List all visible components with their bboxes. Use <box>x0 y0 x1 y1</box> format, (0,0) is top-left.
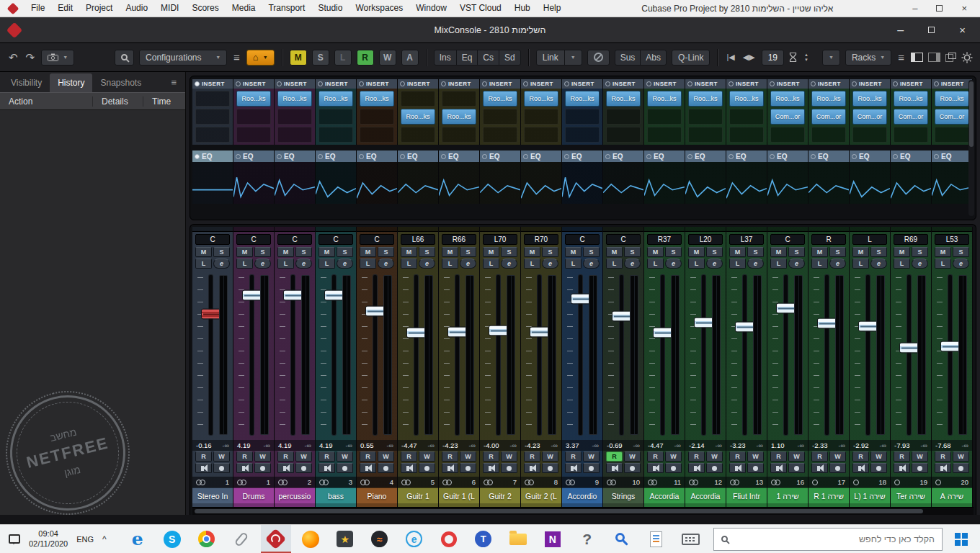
fader-handle[interactable] <box>940 341 961 352</box>
write-all-button[interactable]: W <box>379 50 396 66</box>
read-automation-button[interactable]: R <box>360 451 376 462</box>
edit-channel-button[interactable]: e <box>665 258 682 269</box>
channel-name[interactable]: Drums <box>233 487 274 503</box>
fader-handle[interactable] <box>612 311 632 322</box>
record-enable-button[interactable] <box>870 463 887 473</box>
record-enable-button[interactable] <box>829 463 846 473</box>
history-list[interactable]: מחשב NETFREE מוגן <box>0 110 185 515</box>
menu-item-project[interactable]: Project <box>79 0 119 17</box>
eq-rack-header[interactable]: EQ <box>562 150 602 162</box>
channel-routing-strip[interactable] <box>932 227 972 232</box>
eq-curve-display[interactable] <box>932 162 972 204</box>
insert-slot-2[interactable] <box>647 109 682 125</box>
listen-button[interactable]: L <box>524 258 540 269</box>
solo-button[interactable]: S <box>337 247 353 257</box>
insert-slot-1[interactable]: Roo...ks <box>647 91 682 107</box>
monitor-button[interactable] <box>401 463 417 473</box>
peak-level-value[interactable]: -∞ <box>387 442 393 449</box>
record-enable-button[interactable] <box>378 463 394 473</box>
fader-handle[interactable] <box>530 326 550 337</box>
taskbar-app-chrome[interactable] <box>192 525 222 553</box>
channel-routing-strip[interactable] <box>726 227 767 232</box>
deactivate-solo-button[interactable]: S <box>312 50 329 66</box>
gain-value[interactable]: -7.93 <box>894 441 910 449</box>
record-enable-button[interactable] <box>665 463 682 473</box>
fader-handle[interactable] <box>653 327 673 338</box>
listen-button[interactable]: L <box>236 258 253 269</box>
fader-handle[interactable] <box>283 289 303 300</box>
taskbar-app-edge[interactable] <box>122 525 153 553</box>
monitor-button[interactable] <box>442 463 458 473</box>
edit-channel-button[interactable]: e <box>501 258 517 269</box>
menu-item-help[interactable]: Help <box>537 0 568 17</box>
channel-spinner[interactable]: ▲ ▼ <box>802 53 811 62</box>
mute-button[interactable]: M <box>442 247 458 257</box>
menu-item-studio[interactable]: Studio <box>311 0 349 17</box>
solo-button[interactable]: S <box>624 247 641 257</box>
qlink-button[interactable]: Q-Link <box>672 50 710 66</box>
insert-rack-header[interactable]: INSERT <box>480 79 520 89</box>
insert-slot-2[interactable]: Com...or <box>811 109 846 125</box>
eq-rack-header[interactable]: EQ <box>726 150 767 162</box>
read-automation-button[interactable]: R <box>236 451 253 462</box>
insert-slot-3[interactable] <box>935 127 969 143</box>
tab-history[interactable]: History <box>50 73 92 92</box>
sus-button[interactable]: Sus <box>615 50 641 65</box>
insert-slot-3[interactable] <box>360 127 394 143</box>
insert-rack-header[interactable]: INSERT <box>932 79 972 89</box>
monitor-button[interactable] <box>935 463 951 473</box>
abs-button[interactable]: Abs <box>641 50 666 65</box>
menu-item-media[interactable]: Media <box>226 0 262 17</box>
undo-button[interactable]: ↶ <box>7 51 19 64</box>
channel-name[interactable]: Fliut Intr <box>726 487 767 503</box>
listen-button[interactable]: L <box>688 258 705 269</box>
insert-rack-header[interactable]: INSERT <box>316 79 356 89</box>
monitor-button[interactable] <box>360 463 376 473</box>
read-automation-button[interactable]: R <box>811 451 828 462</box>
write-automation-button[interactable]: W <box>953 451 969 462</box>
tab-visibility[interactable]: Visibility <box>3 73 50 92</box>
taskbar-app-onenote[interactable] <box>538 525 568 553</box>
gain-value[interactable]: 4.19 <box>319 441 333 449</box>
pan-control[interactable]: L20 <box>688 234 723 245</box>
gain-value[interactable]: 0.55 <box>360 441 374 449</box>
eq-rack-header[interactable]: EQ <box>685 150 726 162</box>
hourglass-icon[interactable] <box>789 52 797 63</box>
channel-routing-strip[interactable] <box>603 227 643 232</box>
eq-rack-header[interactable]: EQ <box>767 150 808 162</box>
write-automation-button[interactable]: W <box>665 451 682 462</box>
channel-name[interactable]: Guitr 1 <box>398 487 438 503</box>
insert-slot-3[interactable] <box>647 127 682 143</box>
solo-button[interactable]: S <box>870 247 887 257</box>
taskbar-app-audacity[interactable] <box>365 525 395 553</box>
fader-handle[interactable] <box>365 305 386 316</box>
peak-level-value[interactable]: -∞ <box>674 442 681 449</box>
fader-track[interactable] <box>496 275 500 435</box>
tray-chevron-up-icon[interactable]: ^ <box>102 534 107 544</box>
read-automation-button[interactable]: R <box>442 451 458 462</box>
taskbar-app-search-tool[interactable] <box>607 525 637 553</box>
insert-slot-2[interactable]: Roo...ks <box>442 109 476 125</box>
insert-slot-2[interactable]: Roo...ks <box>401 109 435 125</box>
menu-item-midi[interactable]: MIDI <box>154 0 185 17</box>
edit-channel-button[interactable]: e <box>747 258 764 269</box>
channel-routing-strip[interactable] <box>316 227 356 232</box>
record-enable-button[interactable] <box>337 463 353 473</box>
channel-name[interactable]: Guitr 1 (L <box>439 487 479 503</box>
listen-button[interactable]: L <box>360 258 376 269</box>
listen-button[interactable]: L <box>770 258 787 269</box>
insert-rack-header[interactable]: INSERT <box>398 79 438 89</box>
gain-value[interactable]: 4.19 <box>237 441 251 449</box>
insert-slot-3[interactable] <box>524 127 558 143</box>
search-input[interactable] <box>734 534 935 544</box>
monitor-button[interactable] <box>852 463 869 473</box>
minimize-icon[interactable]: – <box>912 4 917 13</box>
write-automation-button[interactable]: W <box>912 451 928 462</box>
snapshot-camera-button[interactable]: ▼ <box>41 50 74 66</box>
eq-curve-display[interactable] <box>398 162 438 204</box>
pan-control[interactable]: R69 <box>894 234 928 245</box>
fader-handle[interactable] <box>776 303 796 314</box>
eq-rack-header[interactable]: EQ <box>891 150 931 162</box>
spin-up-icon[interactable]: ▲ <box>804 53 808 57</box>
insert-rack-header[interactable]: INSERT <box>562 79 602 89</box>
